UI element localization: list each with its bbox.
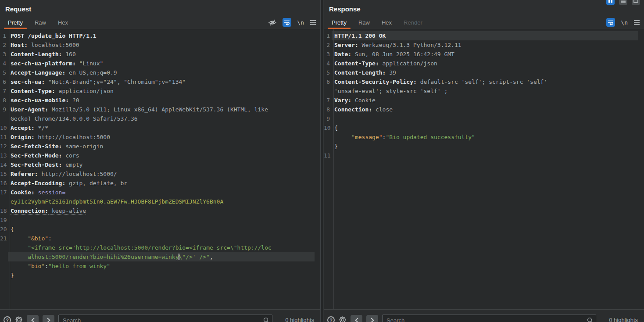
menu-icon[interactable] xyxy=(633,20,640,25)
settings-gear-icon[interactable] xyxy=(15,316,23,322)
editor-row: 3Date: Sun, 08 Jun 2025 16:42:49 GMT xyxy=(324,50,644,59)
row-text: POST /update_bio HTTP/1.1 xyxy=(8,31,315,40)
row-text: Vary: Cookie xyxy=(332,96,638,105)
word-wrap-icon[interactable] xyxy=(283,18,291,27)
hide-nonprintable-icon[interactable] xyxy=(268,19,277,26)
line-number: 1 xyxy=(324,31,332,40)
response-editor[interactable]: 1HTTP/1.1 200 OK2Server: Werkzeug/3.1.3 … xyxy=(324,29,644,309)
line-number xyxy=(0,114,8,123)
row-text: Content-Security-Policy: default-src 'se… xyxy=(332,77,638,86)
line-number xyxy=(0,261,8,271)
editor-row: 5Accept-Language: en-US,en;q=0.9 xyxy=(0,68,320,77)
editor-row: 17Cookie: session= xyxy=(0,188,320,197)
editor-row: 6Content-Security-Policy: default-src 's… xyxy=(324,77,644,86)
editor-row: } xyxy=(0,271,320,280)
newline-glyph-icon[interactable]: \n xyxy=(621,19,628,26)
previous-match-button[interactable] xyxy=(27,315,39,322)
editor-row: 1POST /update_bio HTTP/1.1 xyxy=(0,31,320,40)
editor-row: 9 xyxy=(324,114,644,123)
response-tabbar: PrettyRawHexRender \n xyxy=(324,16,644,29)
line-number: 13 xyxy=(0,151,8,160)
tab-raw[interactable]: Raw xyxy=(31,16,50,29)
tab-pretty[interactable]: Pretty xyxy=(328,16,351,29)
previous-match-button[interactable] xyxy=(351,315,362,322)
editor-row: Gecko) Chrome/134.0.0.0 Safari/537.36 xyxy=(0,114,320,123)
row-text: Sec-Fetch-Mode: cors xyxy=(8,151,315,160)
highlights-count: 0 highlights xyxy=(600,315,640,322)
settings-gear-icon[interactable] xyxy=(339,316,347,322)
row-text: Origin: http://localhost:5000 xyxy=(8,132,315,142)
editor-row: 8sec-ch-ua-mobile: ?0 xyxy=(0,96,320,105)
line-number: 4 xyxy=(324,59,332,68)
editor-row: 16Accept-Encoding: gzip, deflate, br xyxy=(0,179,320,188)
help-icon[interactable]: ? xyxy=(327,316,335,322)
tab-hex[interactable]: Hex xyxy=(54,16,72,29)
editor-row: 2Server: Werkzeug/3.1.3 Python/3.12.11 xyxy=(324,40,644,50)
editor-row: 6sec-ch-ua: "Not:A-Brand";v="24", "Chrom… xyxy=(0,77,320,86)
panel-splitter[interactable] xyxy=(320,0,324,322)
search-input[interactable] xyxy=(58,315,272,322)
row-text: Gecko) Chrome/134.0.0.0 Safari/537.36 xyxy=(8,114,315,123)
line-number: 2 xyxy=(324,40,332,50)
line-number: 1 xyxy=(0,31,8,40)
editor-row: 12Sec-Fetch-Site: same-origin xyxy=(0,142,320,151)
next-match-button[interactable] xyxy=(43,315,54,322)
help-icon[interactable]: ? xyxy=(4,316,11,322)
tab-raw[interactable]: Raw xyxy=(354,16,374,29)
single-pane-layout-icon[interactable] xyxy=(632,0,640,5)
request-panel-title: Request xyxy=(0,0,320,16)
newline-glyph-icon[interactable]: \n xyxy=(297,19,304,26)
next-match-button[interactable] xyxy=(366,315,378,322)
line-number xyxy=(324,142,332,151)
tab-pretty[interactable]: Pretty xyxy=(4,16,27,29)
line-number xyxy=(324,132,332,142)
rows-layout-icon[interactable] xyxy=(619,0,627,5)
search-input[interactable] xyxy=(382,315,596,322)
row-text: Connection: keep-alive xyxy=(8,206,315,215)
menu-icon[interactable] xyxy=(310,20,316,25)
row-text: Server: Werkzeug/3.1.3 Python/3.12.11 xyxy=(332,40,638,50)
editor-row: } xyxy=(324,142,644,151)
request-panel: Request PrettyRawHex \n 1POST /update_bi… xyxy=(0,0,320,322)
highlights-count: 0 highlights xyxy=(276,315,317,322)
response-panel: Response PrettyRawHexRender \n 1HTTP/1.1… xyxy=(324,0,644,322)
editor-row: 7Vary: Cookie xyxy=(324,96,644,105)
editor-row: 7Content-Type: application/json xyxy=(0,86,320,96)
editor-row: 19 xyxy=(0,215,320,225)
row-text: HTTP/1.1 200 OK xyxy=(332,31,638,40)
row-text: Accept: */* xyxy=(8,123,315,132)
line-number: 3 xyxy=(0,50,8,59)
line-number: 10 xyxy=(324,123,332,132)
editor-row: eyJ1c2VybmFtZSI6Indpbmt5In0.aEW7Fw.H3OBF… xyxy=(0,197,320,206)
row-text: Content-Type: application/json xyxy=(332,59,638,68)
line-number xyxy=(0,271,8,280)
editor-row: 3Content-Length: 160 xyxy=(0,50,320,59)
line-number: 6 xyxy=(0,77,8,86)
row-text: Referer: http://localhost:5000/ xyxy=(8,169,315,179)
request-tabbar: PrettyRawHex \n xyxy=(0,16,320,29)
editor-row: "message":"Bio updated successfully" xyxy=(324,132,644,142)
word-wrap-icon[interactable] xyxy=(606,18,615,27)
line-number: 17 xyxy=(0,188,8,197)
row-text: "<iframe src='http://localhost:5000/rend… xyxy=(8,243,315,252)
editor-row: 10{ xyxy=(324,123,644,132)
tab-render[interactable]: Render xyxy=(400,16,426,29)
row-text: { xyxy=(8,225,315,234)
columns-layout-icon[interactable] xyxy=(606,0,615,5)
editor-row: 15Referer: http://localhost:5000/ xyxy=(0,169,320,179)
line-number: 8 xyxy=(0,96,8,105)
row-text: Sec-Fetch-Site: same-origin xyxy=(8,142,315,151)
line-number: 15 xyxy=(0,169,8,179)
request-editor[interactable]: 1POST /update_bio HTTP/1.12Host: localho… xyxy=(0,29,320,309)
row-text: "bio":"hello from winky" xyxy=(8,261,315,271)
tab-hex[interactable]: Hex xyxy=(378,16,396,29)
http-message-editor-window: Request PrettyRawHex \n 1POST /update_bi… xyxy=(0,0,644,322)
editor-row: 18Connection: keep-alive xyxy=(0,206,320,215)
line-number: 16 xyxy=(0,179,8,188)
line-number: 9 xyxy=(0,105,8,114)
row-text: Connection: close xyxy=(332,105,638,114)
row-text: alhost:5000/render?bio=hihi%26username=w… xyxy=(8,252,315,261)
editor-row: 1HTTP/1.1 200 OK xyxy=(324,31,644,40)
editor-row: 20{ xyxy=(0,225,320,234)
response-search-bar: ? 0 highlights xyxy=(324,309,644,322)
